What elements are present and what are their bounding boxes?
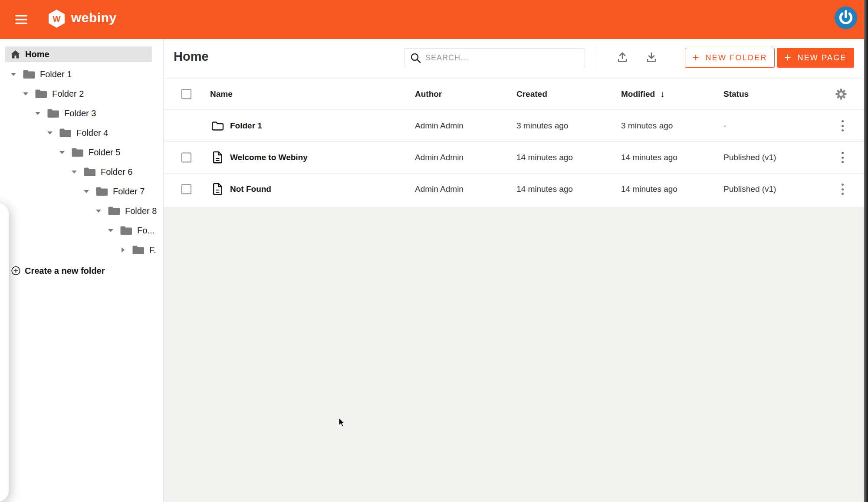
new-folder-button[interactable]: + NEW FOLDER xyxy=(685,48,775,68)
chevron-right-icon[interactable] xyxy=(120,247,126,253)
folder-icon xyxy=(72,148,83,157)
folder-outline-icon xyxy=(211,121,224,131)
new-page-button[interactable]: + NEW PAGE xyxy=(777,48,854,68)
row-author: Admin Admin xyxy=(415,184,464,194)
table-row-folder-1[interactable]: Folder 1 Admin Admin 3 minutes ago 3 min… xyxy=(164,110,868,142)
tree-item-folder-9[interactable]: Fo... xyxy=(0,221,163,240)
folder-icon xyxy=(108,207,120,216)
import-upload-button[interactable] xyxy=(617,51,630,65)
row-status: - xyxy=(723,121,726,131)
upload-icon xyxy=(617,51,628,63)
window-right-edge xyxy=(864,0,868,502)
folder-icon xyxy=(47,109,59,118)
search-input[interactable] xyxy=(425,49,582,67)
folder-icon xyxy=(96,187,108,196)
plus-icon: + xyxy=(692,51,699,64)
row-checkbox[interactable] xyxy=(181,184,191,194)
page-document-icon xyxy=(213,151,223,164)
drawer-edge-shadow xyxy=(0,203,9,502)
folder-icon xyxy=(120,226,132,235)
toolbar-divider xyxy=(596,47,596,69)
row-modified: 3 minutes ago xyxy=(621,121,673,131)
hamburger-menu-icon[interactable] xyxy=(15,15,27,24)
chevron-down-icon[interactable] xyxy=(10,71,16,77)
column-header-status[interactable]: Status xyxy=(723,89,749,99)
tree-item-folder-2[interactable]: Folder 2 xyxy=(0,84,163,103)
sidebar-home-label: Home xyxy=(25,49,49,59)
table-header-row: Name Author Created Modified ↓ Status xyxy=(164,79,868,110)
column-header-modified[interactable]: Modified ↓ xyxy=(621,89,665,99)
tree-item-folder-1[interactable]: Folder 1 xyxy=(0,65,163,84)
tree-item-folder-3[interactable]: Folder 3 xyxy=(0,104,163,123)
tree-item-label: Folder 6 xyxy=(101,167,132,177)
table-settings-gear-icon[interactable] xyxy=(835,89,847,100)
page-list-main: Home + NEW FOLDER xyxy=(164,39,868,502)
folder-icon xyxy=(23,70,35,79)
row-created: 14 minutes ago xyxy=(516,184,573,194)
folder-icon xyxy=(84,167,95,177)
row-actions-kebab-icon[interactable] xyxy=(842,184,844,195)
user-avatar[interactable] xyxy=(835,7,857,29)
power-icon xyxy=(835,7,857,29)
tree-item-label: Folder 2 xyxy=(52,89,84,99)
tree-item-label: Folder 8 xyxy=(125,206,157,216)
row-author: Admin Admin xyxy=(415,121,464,131)
row-modified: 14 minutes ago xyxy=(621,153,677,162)
row-actions-kebab-icon[interactable] xyxy=(842,152,844,163)
column-header-created[interactable]: Created xyxy=(516,89,547,99)
brand-wordmark: webiny xyxy=(71,10,117,25)
search-box xyxy=(404,48,585,67)
toolbar-divider xyxy=(676,49,676,68)
search-icon xyxy=(410,52,421,64)
create-new-folder-button[interactable]: Create a new folder xyxy=(0,261,163,280)
folder-tree-sidebar: Home Folder 1 Folder 2 Folder 3 xyxy=(0,39,164,502)
webiny-hexagon-icon: W xyxy=(49,10,65,28)
row-author: Admin Admin xyxy=(415,153,464,162)
row-status: Published (v1) xyxy=(723,184,776,194)
row-status: Published (v1) xyxy=(723,153,776,162)
webiny-admin-app: W webiny Home Folder 1 xyxy=(0,0,868,502)
sidebar-item-home[interactable]: Home xyxy=(5,46,152,62)
export-download-button[interactable] xyxy=(646,51,659,65)
tree-item-folder-5[interactable]: Folder 5 xyxy=(0,143,163,162)
column-header-author[interactable]: Author xyxy=(415,89,442,99)
tree-item-label: F. xyxy=(149,245,156,255)
chevron-down-icon[interactable] xyxy=(23,91,29,97)
tree-item-folder-8[interactable]: Folder 8 xyxy=(0,201,163,220)
tree-item-folder-7[interactable]: Folder 7 xyxy=(0,182,163,201)
tree-item-label: Folder 1 xyxy=(40,69,72,79)
tree-item-label: Folder 7 xyxy=(113,187,145,197)
row-actions-kebab-icon[interactable] xyxy=(842,120,844,131)
home-icon xyxy=(11,50,20,59)
row-checkbox[interactable] xyxy=(181,153,191,163)
table-row-welcome-to-webiny[interactable]: Welcome to Webiny Admin Admin 14 minutes… xyxy=(164,142,868,174)
chevron-down-icon[interactable] xyxy=(71,169,77,175)
chevron-down-icon[interactable] xyxy=(47,130,53,136)
tree-item-label: Folder 3 xyxy=(64,108,96,118)
tree-item-folder-10[interactable]: F. xyxy=(0,240,163,259)
row-modified: 14 minutes ago xyxy=(621,184,677,194)
table-row-not-found[interactable]: Not Found Admin Admin 14 minutes ago 14 … xyxy=(164,174,868,205)
chevron-down-icon[interactable] xyxy=(95,208,102,214)
tree-item-folder-6[interactable]: Folder 6 xyxy=(0,162,163,181)
plus-icon: + xyxy=(784,51,791,64)
row-name: Welcome to Webiny xyxy=(230,153,308,162)
webiny-logo[interactable]: W webiny xyxy=(49,10,117,28)
chevron-down-icon[interactable] xyxy=(83,188,89,194)
plus-circle-icon xyxy=(11,266,20,276)
tree-item-folder-4[interactable]: Folder 4 xyxy=(0,123,163,142)
select-all-checkbox[interactable] xyxy=(181,89,191,99)
chevron-down-icon[interactable] xyxy=(35,110,41,116)
create-folder-label: Create a new folder xyxy=(25,266,105,276)
row-name: Not Found xyxy=(230,184,271,194)
top-app-bar: W webiny xyxy=(0,0,868,39)
new-folder-label: NEW FOLDER xyxy=(706,53,767,62)
sort-descending-icon: ↓ xyxy=(660,89,665,99)
chevron-down-icon[interactable] xyxy=(108,227,114,233)
tree-item-label: Folder 5 xyxy=(89,148,120,157)
page-document-icon xyxy=(213,183,223,196)
column-header-name[interactable]: Name xyxy=(210,89,233,99)
chevron-down-icon[interactable] xyxy=(59,149,65,155)
download-icon xyxy=(646,51,657,63)
row-name: Folder 1 xyxy=(230,121,262,131)
